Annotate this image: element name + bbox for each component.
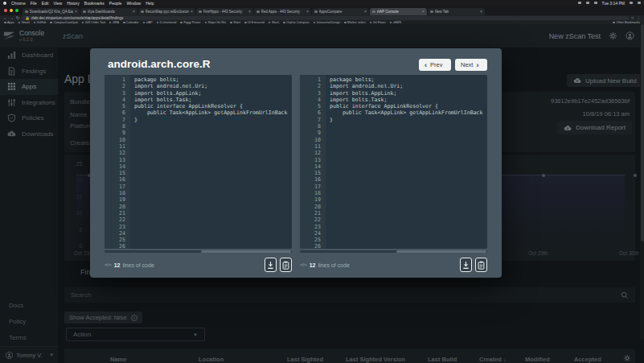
browser-menu-icon[interactable]: ⋮ bbox=[637, 16, 641, 20]
code-line bbox=[134, 204, 292, 210]
bookmark-favicon-icon bbox=[230, 22, 232, 24]
line-number: 4 bbox=[300, 97, 321, 103]
code-body-left: package bolts;import android.net.Uri;imp… bbox=[130, 75, 292, 249]
line-numbers-left: 1234567891011121314151617181920212223242… bbox=[105, 75, 130, 249]
line-number: 7 bbox=[105, 117, 125, 123]
menu-file[interactable]: File bbox=[31, 1, 37, 6]
code-line: import bolts.Task; bbox=[134, 97, 292, 103]
spotlight-icon[interactable] bbox=[630, 2, 633, 5]
code-line: package bolts; bbox=[134, 76, 292, 83]
copy-code-button-left[interactable] bbox=[280, 258, 292, 272]
line-numbers-right: 1234567891011121314151617181920212223242… bbox=[300, 75, 326, 249]
bookmark-favicon-icon bbox=[34, 22, 36, 24]
code-line bbox=[330, 176, 487, 183]
tab-title: Viya Dashboards bbox=[88, 10, 132, 14]
folder-icon bbox=[613, 22, 615, 24]
tab-title: ReconMap pyc w/Exclusion bbox=[146, 10, 190, 14]
menubar-clock[interactable]: Tue 3:14 PM bbox=[602, 1, 625, 6]
menu-window[interactable]: Window bbox=[126, 1, 141, 6]
tab-close-icon[interactable]: × bbox=[422, 9, 425, 14]
window-close-button[interactable] bbox=[4, 9, 7, 12]
menu-bookmarks[interactable]: Bookmarks bbox=[84, 1, 105, 6]
line-number: 18 bbox=[105, 190, 125, 196]
browser-tab-7[interactable]: zIAP Console× bbox=[370, 8, 427, 16]
tab-title: Red Apps - 443 Security bbox=[261, 10, 306, 14]
code-line bbox=[134, 150, 292, 156]
bookmark-favicon-icon bbox=[283, 22, 285, 24]
line-number: 20 bbox=[300, 204, 321, 210]
tab-close-icon[interactable]: × bbox=[480, 9, 482, 14]
bookmark-favicon-icon bbox=[4, 22, 6, 24]
line-number: 5 bbox=[300, 103, 321, 109]
lines-of-code-left: </> 12lines of code bbox=[105, 262, 154, 268]
hscrollbar-left[interactable] bbox=[105, 250, 292, 253]
code-icon: </> bbox=[105, 262, 112, 267]
address-bar[interactable]: 🔒 zlab-dev.zimperium.com/console/ziap/ap… bbox=[22, 16, 628, 20]
menu-chrome[interactable]: Chrome bbox=[11, 1, 26, 6]
tab-close-icon[interactable]: × bbox=[133, 9, 135, 14]
browser-tab-6[interactable]: AppsCompare× bbox=[312, 8, 369, 16]
line-number: 14 bbox=[300, 163, 321, 170]
line-number: 23 bbox=[300, 224, 321, 230]
copy-code-button-right[interactable] bbox=[475, 258, 487, 272]
apple-logo-icon[interactable] bbox=[3, 2, 6, 5]
notification-center-icon[interactable] bbox=[638, 2, 641, 5]
prev-button[interactable]: ‹ Prev bbox=[419, 59, 451, 71]
bookmark-favicon-icon bbox=[109, 22, 112, 24]
window-minimize-button[interactable] bbox=[10, 9, 13, 12]
tab-close-icon[interactable]: × bbox=[191, 9, 193, 14]
volume-icon[interactable] bbox=[594, 2, 597, 5]
menu-view[interactable]: View bbox=[53, 1, 62, 6]
code-line bbox=[134, 196, 292, 203]
tab-close-icon[interactable]: × bbox=[306, 9, 309, 14]
browser-tab-5[interactable]: Red Apps - 443 Security× bbox=[254, 8, 311, 16]
tab-close-icon[interactable]: × bbox=[248, 9, 251, 14]
bookmark-star-icon[interactable]: ☆ bbox=[631, 16, 634, 20]
code-line: import android.net.Uri; bbox=[330, 83, 487, 89]
browser-tab-4[interactable]: FireHippo - 443 Security× bbox=[196, 8, 253, 16]
code-line bbox=[134, 130, 292, 136]
hscroll-thumb-left[interactable] bbox=[201, 250, 291, 253]
browser-tab-2[interactable]: Viya Dashboards× bbox=[80, 8, 137, 16]
browser-tab-1[interactable]: Downloads/Q2 Kits_QA Eagle_V1× bbox=[23, 8, 80, 16]
menu-people[interactable]: People bbox=[109, 1, 122, 6]
code-line bbox=[134, 184, 292, 190]
code-panel-left[interactable]: 1234567891011121314151617181920212223242… bbox=[105, 75, 292, 249]
back-icon[interactable]: ← bbox=[3, 16, 7, 20]
line-number: 11 bbox=[300, 143, 321, 150]
line-number: 2 bbox=[105, 83, 125, 89]
bookmark-favicon-icon bbox=[82, 22, 84, 24]
hscroll-thumb-right[interactable] bbox=[396, 250, 486, 253]
code-line: } bbox=[330, 117, 487, 123]
tab-close-icon[interactable]: × bbox=[364, 9, 367, 14]
line-number: 17 bbox=[105, 184, 125, 190]
browser-tab-8[interactable]: New Tab× bbox=[428, 8, 485, 16]
chevron-right-icon: › bbox=[476, 61, 478, 69]
tab-close-icon[interactable]: × bbox=[75, 9, 77, 14]
hscrollbar-right[interactable] bbox=[300, 250, 487, 253]
panel-footer-right: </> 12lines of code bbox=[300, 256, 487, 274]
download-code-button-right[interactable] bbox=[460, 258, 472, 272]
wifi-icon[interactable] bbox=[586, 2, 589, 5]
line-number: 12 bbox=[300, 150, 321, 156]
window-zoom-button[interactable] bbox=[15, 9, 18, 12]
code-body-right: package bolts;import android.net.Uri;imp… bbox=[326, 75, 487, 249]
download-code-button-left[interactable] bbox=[265, 258, 277, 272]
code-line bbox=[330, 137, 487, 143]
menu-history[interactable]: History bbox=[67, 1, 80, 6]
favicon-icon bbox=[256, 10, 260, 14]
tab-title: FireHippo - 443 Security bbox=[203, 10, 248, 14]
battery-icon[interactable] bbox=[578, 2, 581, 5]
menu-help[interactable]: Help bbox=[146, 1, 154, 6]
reload-icon[interactable]: ↻ bbox=[16, 16, 19, 20]
line-number: 7 bbox=[300, 117, 321, 123]
code-line bbox=[134, 217, 292, 223]
next-button[interactable]: Next › bbox=[455, 59, 487, 71]
code-panel-right[interactable]: 1234567891011121314151617181920212223242… bbox=[300, 75, 487, 249]
forward-icon[interactable]: → bbox=[10, 16, 14, 20]
menu-edit[interactable]: Edit bbox=[42, 1, 49, 6]
modal-title: android.arch.core.R bbox=[108, 58, 211, 70]
line-number: 10 bbox=[105, 137, 125, 143]
browser-tab-3[interactable]: ReconMap pyc w/Exclusion× bbox=[138, 8, 195, 16]
favicon-icon bbox=[199, 10, 202, 14]
